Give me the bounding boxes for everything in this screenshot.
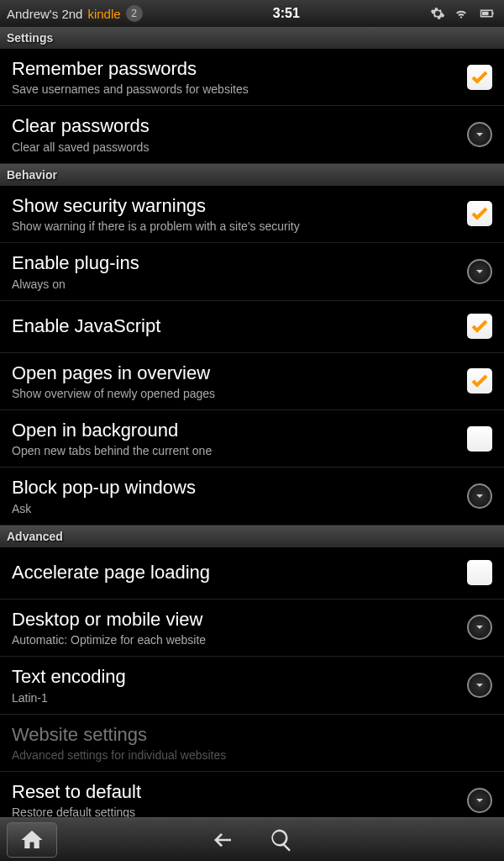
section-advanced: Advanced [0, 526, 504, 547]
setting-subtitle: Restore default settings [12, 806, 467, 817]
svg-rect-1 [492, 13, 494, 15]
settings-list[interactable]: Settings Remember passwords Save usernam… [0, 27, 504, 817]
text-encoding-row[interactable]: Text encoding Latin-1 [0, 657, 504, 714]
setting-subtitle: Ask [12, 502, 467, 515]
setting-subtitle: Advanced settings for individual website… [12, 748, 492, 762]
checkbox-checked[interactable] [467, 65, 492, 90]
chevron-down-icon[interactable] [467, 615, 492, 640]
block-popups-row[interactable]: Block pop-up windows Ask [0, 467, 504, 525]
setting-subtitle: Save usernames and passwords for website… [12, 82, 467, 96]
chevron-down-icon[interactable] [467, 122, 492, 147]
home-icon [19, 827, 45, 853]
setting-title: Reset to default [12, 781, 467, 803]
status-bar: Andrew's 2nd kindle 2 3:51 [0, 0, 504, 27]
setting-subtitle: Automatic: Optimize for each website [12, 633, 467, 647]
desktop-mobile-row[interactable]: Desktop or mobile view Automatic: Optimi… [0, 600, 504, 657]
chevron-down-icon[interactable] [467, 673, 492, 698]
checkbox-unchecked[interactable] [467, 426, 492, 452]
setting-subtitle: Show warning if there is a problem with … [12, 219, 467, 233]
chevron-down-icon[interactable] [467, 259, 492, 284]
device-label: Andrew's 2nd kindle 2 [7, 5, 143, 22]
checkbox-unchecked[interactable] [467, 560, 492, 585]
checkbox-checked[interactable] [467, 368, 492, 394]
enable-plugins-row[interactable]: Enable plug-ins Always on [0, 243, 504, 300]
search-icon[interactable] [269, 827, 294, 853]
battery-icon [477, 6, 497, 21]
enable-javascript-row[interactable]: Enable JavaScript [0, 301, 504, 353]
setting-title: Clear passwords [12, 115, 467, 137]
setting-title: Enable plug-ins [12, 252, 467, 274]
setting-title: Show security warnings [12, 195, 467, 217]
bottom-nav [0, 817, 504, 861]
svg-rect-2 [482, 12, 489, 16]
remember-passwords-row[interactable]: Remember passwords Save usernames and pa… [0, 49, 504, 106]
device-name-prefix: Andrew's 2nd [7, 7, 82, 21]
setting-title: Website settings [12, 724, 492, 746]
gear-icon[interactable] [430, 6, 445, 21]
setting-subtitle: Clear all saved passwords [12, 140, 467, 154]
setting-title: Open in background [12, 420, 467, 441]
wifi-icon [454, 6, 469, 21]
checkbox-checked[interactable] [467, 314, 492, 339]
notification-badge[interactable]: 2 [126, 5, 143, 22]
open-background-row[interactable]: Open in background Open new tabs behind … [0, 410, 504, 467]
clear-passwords-row[interactable]: Clear passwords Clear all saved password… [0, 106, 504, 163]
setting-subtitle: Latin-1 [12, 691, 467, 705]
home-button[interactable] [7, 822, 57, 858]
setting-subtitle: Always on [12, 277, 467, 291]
setting-title: Desktop or mobile view [12, 609, 467, 631]
setting-subtitle: Open new tabs behind the current one [12, 444, 467, 457]
accelerate-loading-row[interactable]: Accelerate page loading [0, 547, 504, 600]
security-warnings-row[interactable]: Show security warnings Show warning if t… [0, 186, 504, 243]
device-brand: kindle [87, 7, 120, 21]
setting-title: Accelerate page loading [12, 562, 467, 584]
open-overview-row[interactable]: Open pages in overview Show overview of … [0, 353, 504, 410]
reset-default-row[interactable]: Reset to default Restore default setting… [0, 772, 504, 817]
setting-title: Enable JavaScript [12, 315, 467, 337]
clock: 3:51 [143, 6, 430, 21]
back-arrow-icon[interactable] [210, 827, 235, 853]
setting-title: Remember passwords [12, 58, 467, 80]
chevron-down-icon[interactable] [467, 788, 492, 813]
checkbox-checked[interactable] [467, 201, 492, 226]
setting-subtitle: Show overview of newly opened pages [12, 387, 467, 400]
setting-title: Text encoding [12, 666, 467, 688]
section-settings: Settings [0, 27, 504, 49]
setting-title: Open pages in overview [12, 362, 467, 384]
setting-title: Block pop-up windows [12, 477, 467, 499]
website-settings-row: Website settings Advanced settings for i… [0, 715, 504, 772]
section-behavior: Behavior [0, 164, 504, 186]
chevron-down-icon[interactable] [467, 483, 492, 509]
